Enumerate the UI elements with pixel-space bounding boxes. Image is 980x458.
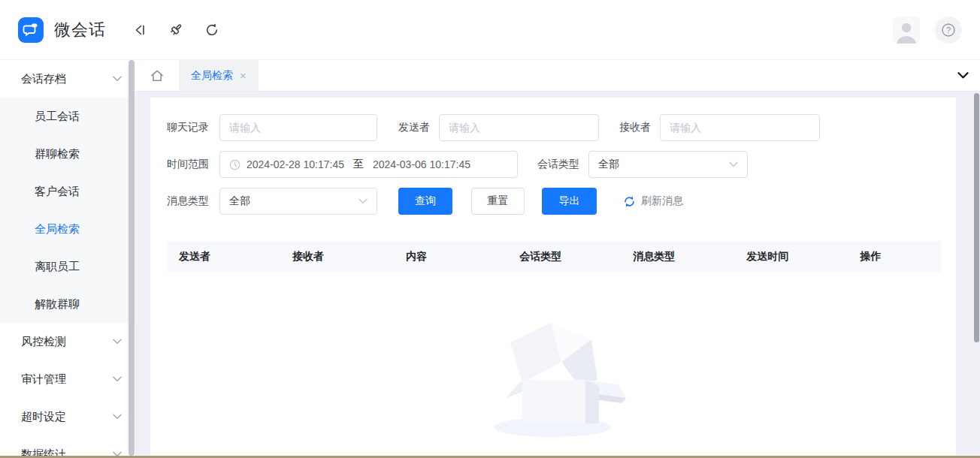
clock-icon (229, 159, 240, 170)
sender-label: 发送者 (398, 121, 430, 134)
sidebar-item-resigned-employee[interactable]: 离职员工 (0, 248, 135, 285)
session-type-label: 会话类型 (537, 158, 579, 171)
tab-bar: 全局检索 × (135, 60, 980, 92)
time-range-label: 时间范围 (167, 158, 209, 171)
help-icon[interactable]: ? (935, 17, 962, 44)
chevron-down-icon (113, 339, 122, 345)
message-type-label: 消息类型 (167, 194, 209, 208)
sidebar-submenu: 员工会话 群聊检索 客户会话 全局检索 离职员工 解散群聊 (0, 98, 135, 323)
message-type-select[interactable]: 全部 (219, 188, 377, 215)
sidebar-item-audit-management[interactable]: 审计管理 (0, 360, 135, 398)
sidebar-item-label: 会话存档 (21, 72, 113, 86)
time-start-value: 2024-02-28 10:17:45 (247, 158, 344, 170)
refresh-messages-link[interactable]: 刷新消息 (623, 194, 683, 208)
chat-bubble-icon (23, 22, 39, 38)
col-receiver: 接收者 (280, 250, 394, 264)
person-icon (893, 20, 920, 44)
refresh-icon[interactable] (204, 22, 220, 38)
filter-row-3: 消息类型 全部 查询 重置 导出 刷新消息 (167, 188, 941, 215)
sidebar-scrollbar[interactable] (129, 60, 135, 456)
col-sender: 发送者 (167, 250, 280, 264)
tab-label: 全局检索 (191, 69, 233, 83)
filter-row-2: 时间范围 2024-02-28 10:17:45 至 2024-03-06 10… (167, 151, 941, 178)
message-type-value: 全部 (229, 194, 358, 208)
session-type-select[interactable]: 全部 (588, 151, 748, 178)
sidebar-item-session-archive[interactable]: 会话存档 (0, 60, 135, 98)
col-content: 内容 (394, 250, 507, 264)
chevron-down-icon (729, 161, 738, 167)
sidebar-item-group-chat-search[interactable]: 群聊检索 (0, 135, 135, 173)
user-avatar[interactable] (893, 17, 920, 44)
sidebar-item-disbanded-group[interactable]: 解散群聊 (0, 285, 135, 323)
empty-state (167, 272, 941, 440)
time-end-value: 2024-03-06 10:17:45 (373, 158, 470, 170)
main-area: 全局检索 × 聊天记录 发送者 接收者 时间范围 (135, 60, 980, 456)
receiver-label: 接收者 (619, 121, 651, 134)
home-tab-button[interactable] (135, 60, 179, 91)
empty-box-illustration (479, 311, 629, 440)
time-range-picker[interactable]: 2024-02-28 10:17:45 至 2024-03-06 10:17:4… (219, 151, 518, 178)
export-button[interactable]: 导出 (542, 188, 597, 215)
reset-button[interactable]: 重置 (471, 188, 525, 215)
tab-list-chevron-down-icon[interactable] (945, 60, 980, 91)
collapse-sidebar-icon[interactable] (132, 22, 148, 38)
app-logo (18, 17, 44, 43)
sidebar-item-label: 审计管理 (21, 372, 113, 387)
main-scrollbar[interactable] (974, 93, 979, 342)
filter-row-1: 聊天记录 发送者 接收者 (167, 114, 941, 141)
chevron-down-icon (113, 414, 122, 420)
chevron-down-icon (113, 376, 122, 382)
tab-global-search[interactable]: 全局检索 × (179, 60, 259, 91)
chat-record-label: 聊天记录 (167, 121, 209, 134)
search-button[interactable]: 查询 (398, 188, 452, 215)
chat-record-input[interactable] (219, 114, 377, 141)
refresh-messages-label: 刷新消息 (641, 194, 683, 208)
table-header: 发送者 接收者 内容 会话类型 消息类型 发送时间 操作 (167, 241, 941, 272)
sidebar-item-label: 超时设定 (21, 410, 113, 424)
content-card: 聊天记录 发送者 接收者 时间范围 2024-02-28 10:17:45 至 … (150, 98, 956, 456)
chevron-down-icon (113, 76, 122, 82)
app-title: 微会话 (54, 19, 106, 41)
home-icon (150, 68, 165, 83)
sidebar: 会话存档 员工会话 群聊检索 客户会话 全局检索 离职员工 解散群聊 风控检测 … (0, 60, 135, 456)
col-send-time: 发送时间 (734, 250, 848, 264)
clear-brush-icon[interactable] (168, 22, 184, 38)
col-session-type: 会话类型 (507, 250, 621, 264)
sidebar-item-timeout-settings[interactable]: 超时设定 (0, 398, 135, 435)
chevron-down-icon (358, 198, 368, 204)
session-type-value: 全部 (598, 158, 729, 171)
sender-input[interactable] (439, 114, 599, 141)
svg-text:?: ? (946, 26, 951, 35)
chevron-down-icon (113, 451, 122, 457)
sidebar-item-label: 数据统计 (21, 447, 113, 458)
time-separator: 至 (353, 158, 364, 171)
col-actions: 操作 (848, 250, 941, 264)
sidebar-item-global-search[interactable]: 全局检索 (0, 210, 135, 248)
close-icon[interactable]: × (240, 69, 247, 82)
sidebar-item-data-statistics[interactable]: 数据统计 (0, 435, 135, 458)
sidebar-item-risk-detection[interactable]: 风控检测 (0, 323, 135, 360)
app-header: 微会话 (0, 0, 980, 60)
refresh-messages-icon (623, 195, 636, 208)
sidebar-item-label: 风控检测 (21, 335, 113, 349)
col-message-type: 消息类型 (621, 250, 734, 264)
receiver-input[interactable] (660, 114, 820, 141)
sidebar-item-employee-session[interactable]: 员工会话 (0, 98, 135, 135)
sidebar-item-customer-session[interactable]: 客户会话 (0, 173, 135, 210)
